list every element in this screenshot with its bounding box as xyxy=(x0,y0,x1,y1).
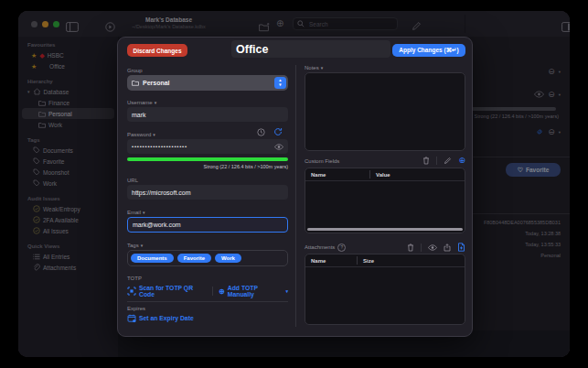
password-label: Password ▾ xyxy=(127,132,155,137)
column-header-value: Value xyxy=(370,172,390,178)
discard-changes-button[interactable]: Discard Changes xyxy=(127,44,187,57)
username-label: Username ▾ xyxy=(127,100,156,105)
username-label-text: Username xyxy=(127,100,153,105)
trash-icon[interactable] xyxy=(422,157,430,165)
add-totp-button[interactable]: ⊕ Add TOTP Manually ▾ xyxy=(219,285,288,298)
edit-pencil-icon[interactable] xyxy=(444,157,452,165)
horizontal-scrollbar[interactable] xyxy=(307,228,463,232)
password-history-clock-icon[interactable] xyxy=(257,128,265,136)
notes-label-text: Notes xyxy=(305,65,319,70)
totp-actions-row: Scan for TOTP QR Code ⊕ Add TOTP Manuall… xyxy=(127,285,288,298)
attachments-label: Attachments xyxy=(305,244,335,250)
eye-icon[interactable] xyxy=(274,144,283,150)
custom-fields-table[interactable]: Name Value xyxy=(305,168,465,233)
totp-divider xyxy=(212,287,213,296)
discard-changes-label: Discard Changes xyxy=(133,48,181,54)
chevron-down-icon: ▾ xyxy=(279,83,281,87)
app-window: Mark's Database ~/Desktop/Mark's Databas… xyxy=(18,11,570,357)
totp-label-text: TOTP xyxy=(127,276,142,281)
expires-label-text: Expires xyxy=(127,306,145,311)
url-label: URL xyxy=(127,178,138,183)
email-label-text: Email xyxy=(127,210,141,215)
edit-entry-dialog: Discard Changes Office Apply Changes (⌘↵… xyxy=(117,37,473,337)
tags-box[interactable]: Documents Favorite Work xyxy=(127,250,288,266)
entry-title-text: Office xyxy=(236,43,268,56)
password-field[interactable]: ••••••••••••••••••••• xyxy=(127,139,288,154)
set-expiry-button[interactable]: Set an Expiry Date xyxy=(127,314,194,322)
notes-textarea[interactable] xyxy=(305,72,465,151)
notes-label: Notes ▾ xyxy=(305,65,323,70)
tag-pill-documents[interactable]: Documents xyxy=(131,254,174,263)
folder-icon xyxy=(132,80,139,86)
email-label: Email ▾ xyxy=(127,210,145,215)
icon-divider xyxy=(421,244,422,252)
group-value: Personal xyxy=(143,80,170,86)
help-question-icon[interactable]: ? xyxy=(337,244,346,252)
email-field[interactable]: mark@work.com xyxy=(127,217,288,233)
chevron-down-icon[interactable]: ▾ xyxy=(321,65,324,70)
email-value: mark@work.com xyxy=(133,222,181,228)
microsoft-logo-icon xyxy=(210,41,227,58)
password-value: ••••••••••••••••••••• xyxy=(132,144,187,149)
calendar-icon xyxy=(127,314,136,322)
chevron-down-icon[interactable]: ▾ xyxy=(153,132,155,137)
add-attachment-icon[interactable] xyxy=(457,243,465,252)
circle-plus-icon: ⊕ xyxy=(219,287,225,296)
chevron-down-icon: ▾ xyxy=(285,288,288,294)
apply-changes-label: Apply Changes (⌘↵) xyxy=(399,47,458,54)
scan-totp-button[interactable]: Scan for TOTP QR Code xyxy=(127,285,207,298)
set-expiry-label: Set an Expiry Date xyxy=(139,315,194,321)
group-dropdown[interactable]: Personal ▴ ▾ xyxy=(127,75,288,91)
dropdown-stepper-icon[interactable]: ▴ ▾ xyxy=(274,77,286,89)
custom-fields-header: Custom Fields ⊕ xyxy=(305,157,465,165)
chevron-down-icon[interactable]: ▾ xyxy=(141,243,144,248)
password-strength-text: Strong (22 / 126.4 bits / >100m years) xyxy=(127,164,288,169)
trash-icon[interactable] xyxy=(407,244,414,252)
chevron-down-icon[interactable]: ▾ xyxy=(155,100,157,105)
add-totp-label: Add TOTP Manually xyxy=(228,285,283,298)
tags-label: Tags ▾ xyxy=(127,243,143,248)
screenshot-stage: Mark's Database ~/Desktop/Mark's Databas… xyxy=(0,0,588,368)
url-value: https://microsoft.com xyxy=(132,189,191,196)
scan-totp-label: Scan for TOTP QR Code xyxy=(139,285,207,298)
totp-expires-divider xyxy=(127,301,288,302)
column-header-name: Name xyxy=(305,172,369,178)
tags-label-text: Tags xyxy=(127,243,139,248)
apply-changes-button[interactable]: Apply Changes (⌘↵) xyxy=(392,44,465,57)
qr-scan-icon xyxy=(127,287,136,296)
url-field[interactable]: https://microsoft.com xyxy=(127,185,288,200)
username-value: mark xyxy=(132,112,146,118)
attachments-table-header: Name Size xyxy=(305,254,465,267)
attachments-table[interactable]: Name Size xyxy=(305,254,465,325)
add-custom-field-icon[interactable]: ⊕ xyxy=(458,157,465,165)
icon-divider xyxy=(436,157,437,165)
tag-pill-favorite[interactable]: Favorite xyxy=(177,254,211,263)
tag-pill-work[interactable]: Work xyxy=(215,254,241,263)
totp-label: TOTP xyxy=(127,276,142,281)
eye-icon[interactable] xyxy=(428,244,437,251)
share-icon[interactable] xyxy=(444,244,451,252)
custom-fields-table-header: Name Value xyxy=(305,168,465,181)
regenerate-password-icon[interactable] xyxy=(273,127,283,136)
group-label: Group xyxy=(127,68,143,73)
expires-label: Expires xyxy=(127,306,145,311)
custom-fields-label: Custom Fields xyxy=(305,158,339,164)
group-label-text: Group xyxy=(127,68,143,73)
url-label-text: URL xyxy=(127,178,138,183)
column-divider xyxy=(295,65,296,327)
attachments-header: Attachments ? xyxy=(305,243,465,252)
entry-title-field[interactable]: Office xyxy=(231,40,390,58)
column-header-size: Size xyxy=(358,258,374,264)
chevron-down-icon[interactable]: ▾ xyxy=(143,210,145,215)
password-strength-bar xyxy=(127,157,288,161)
column-header-name: Name xyxy=(305,258,357,264)
username-field[interactable]: mark xyxy=(127,107,288,122)
password-label-text: Password xyxy=(127,132,151,137)
